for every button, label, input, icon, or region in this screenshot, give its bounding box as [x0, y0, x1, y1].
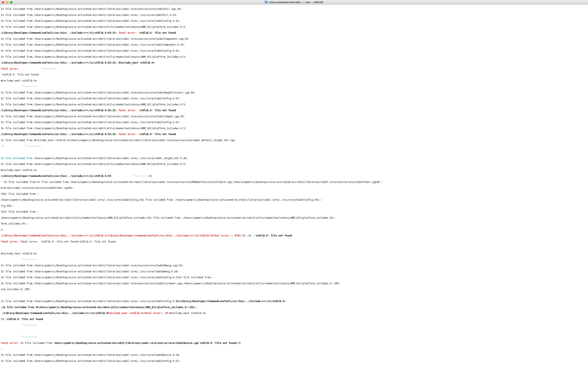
output-line: In file included from /Users/aymeric/Des… — [1, 157, 587, 160]
folder-icon — [265, 1, 268, 3]
output-line: In file included from /Users/aymeric/Des… — [1, 359, 587, 363]
output-line: /Users/aymeric/Desktop/voice-activated-m… — [1, 198, 587, 201]
output-line — [1, 330, 587, 333]
output-line: 51In file included from : — [1, 210, 587, 213]
output-line: /Library/Developer/CommandLineTools/usr/… — [1, 175, 587, 177]
output-line — [1, 246, 587, 249]
output-line: braries/codal-core/source/core/CodalFibe… — [1, 186, 587, 190]
output-line: In file included from /Users/aymeric/Des… — [1, 97, 587, 100]
output-line: #include_next <stdlib.h> — [1, 252, 587, 255]
output-line: /Users/aymeric/Desktop/voice-activated-m… — [1, 216, 587, 219]
output-line — [1, 294, 587, 297]
output-line: /Library/Developer/CommandLineTools/usr/… — [1, 312, 587, 315]
output-line: : — [1, 348, 587, 351]
output-line: In file included from /Users/aymeric/Des… — [1, 103, 587, 106]
error-line: /Library/Developer/CommandLineTools/usr/… — [1, 133, 587, 136]
output-line: form_includes.h5:: — [1, 222, 587, 225]
output-line: fig.h51:: — [1, 204, 587, 207]
output-line: In file included from /Users/aymeric/Des… — [1, 55, 587, 58]
window-titlebar: voice-activated-microbit — -zsh — 204×63 — [0, 0, 588, 5]
error-line: fatal error: fatal error: 'stdlib.h' fil… — [1, 240, 587, 243]
caret-line: ^~~~~~~~~~ — [1, 336, 587, 338]
output-line: In file included from /Users/aymeric/Des… — [1, 91, 587, 94]
output-line: In file included from /Users/aymeric/Des… — [1, 300, 587, 303]
output-line: 'stdlib.h' file not found — [1, 73, 587, 76]
output-line: In file included from /Users/aymeric/Des… — [1, 121, 587, 124]
caret-line: ^~~~~~~~~~ — [1, 258, 587, 261]
output-line: 5: — [1, 228, 587, 231]
output-line: :In file included from 93/Users/aymeric/… — [1, 306, 587, 309]
output-line: In file included from /Users/aymeric/Des… — [1, 353, 587, 356]
output-line: In file included from /Users/aymeric/Des… — [1, 43, 587, 46]
output-line: In file included from #include_next <std… — [1, 139, 587, 142]
output-line: In file included from /Users/aymeric/Des… — [1, 264, 587, 267]
output-line: #include_next <stdlib.h> — [1, 169, 587, 172]
close-button[interactable] — [2, 1, 4, 4]
output-line: In file included from /Users/aymeric/Des… — [1, 163, 587, 166]
output-line: In file included from /Users/aymeric/Des… — [1, 26, 587, 28]
output-line: :1 ^~~~~~~~~~: — [1, 145, 587, 147]
error-line: /Library/Developer/CommandLineTools/usr/… — [1, 234, 587, 237]
caret-line: ^~~~~~~~~~ — [1, 324, 587, 327]
error-line: fatal error: ^~~~~~~~~~ — [1, 67, 587, 70]
output-line: #include_next <stdlib.h> — [1, 79, 587, 82]
error-line: /Library/Developer/CommandLineTools/usr/… — [1, 31, 587, 34]
output-line: In file included from /Users/aymeric/Des… — [1, 270, 587, 273]
output-line: In file included from /Users/aymeric/Des… — [1, 282, 587, 285]
output-line: 33In file included from : — [1, 193, 587, 196]
output-line: In file included from /Users/aymeric/Des… — [1, 7, 587, 10]
error-line: fatal error: In file included from /User… — [1, 342, 587, 344]
output-line: orm_includes.h::305: — [1, 288, 587, 291]
error-line: /Library/Developer/CommandLineTools/usr/… — [1, 109, 587, 112]
output-line: In file included from /Users/aymeric/Des… — [1, 14, 587, 16]
output-line: /Library/Developer/CommandLineTools/usr/… — [1, 61, 587, 64]
output-line: In file included from /Users/aymeric/Des… — [1, 276, 587, 279]
output-line: In file included from /Users/aymeric/Des… — [1, 127, 587, 130]
zoom-button[interactable] — [10, 1, 13, 4]
minimize-button[interactable] — [6, 1, 8, 4]
output-line: In file included from /Users/aymeric/Des… — [1, 49, 587, 52]
output-line — [1, 151, 587, 154]
output-line: In file included from /Users/aymeric/Des… — [1, 37, 587, 40]
window-title: voice-activated-microbit — -zsh — 204×63 — [269, 1, 323, 4]
output-line: In file included from /Users/aymeric/Des… — [1, 115, 587, 118]
traffic-lights — [2, 1, 13, 4]
terminal-content[interactable]: In file included from /Users/aymeric/Des… — [0, 5, 588, 365]
output-line: : In file included from In file included… — [1, 181, 587, 183]
output-line: 15:'stdlib.h' file not found — [1, 318, 587, 321]
output-line: In file included from /Users/aymeric/Des… — [1, 20, 587, 22]
caret-line: ^~~~~~~~~~ — [1, 85, 587, 88]
